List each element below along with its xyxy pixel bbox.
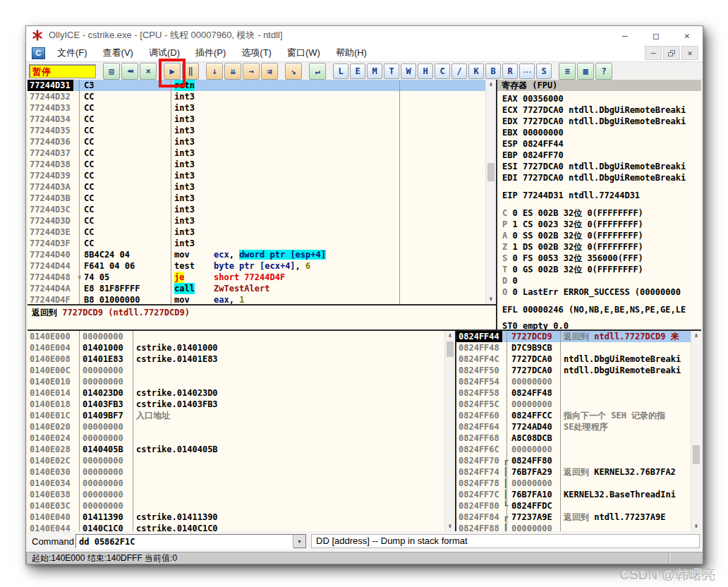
disasm-row[interactable]: 77244D408B4C24 04movecx, dword ptr [esp+… [28, 249, 496, 260]
title-bar[interactable]: OllyICE - cstrike.exe - [CPU - 线程 000079… [26, 26, 703, 44]
command-combobox[interactable]: ▼ [75, 534, 306, 548]
run-button[interactable]: ▶ [164, 63, 181, 80]
memory-dump-pane[interactable]: 0140E000000000000140E00401401000cstrike.… [28, 331, 455, 531]
scrollbar-thumb[interactable] [693, 445, 700, 464]
minimize-button[interactable]: – [609, 26, 641, 44]
menu-item-4[interactable]: 选项(T) [233, 45, 279, 61]
disassembly-scrollbar[interactable]: ∧ ∨ [485, 80, 496, 304]
stack-row[interactable]: 0824FF507727DCA0ntdll.DbgUiRemoteBreaki [456, 365, 701, 376]
disasm-row[interactable]: 77244D3ACCint3 [28, 181, 496, 193]
dropdown-arrow-icon[interactable]: ▼ [293, 535, 305, 547]
scrollbar-thumb[interactable] [487, 163, 495, 181]
command-input[interactable] [76, 535, 293, 549]
scroll-down-icon[interactable]: ∨ [691, 521, 701, 531]
dump-row[interactable]: 0140E00401401000cstrike.01401000 [28, 342, 455, 353]
stack-row[interactable]: 0824FF580824FF48 [456, 387, 701, 399]
disassembly-pane[interactable]: 77244D31C3retn77244D32CCint377244D33CCin… [28, 80, 496, 304]
animate-over-button[interactable]: ⇉ [261, 63, 278, 80]
stack-row[interactable]: 0824FF5400000000 [456, 376, 701, 387]
menu-item-5[interactable]: 窗口(W) [279, 45, 328, 61]
dump-row[interactable]: 0140E03C00000000 [28, 500, 455, 512]
pause-button[interactable]: ‖ [182, 63, 199, 80]
dump-row[interactable]: 0140E01801403FB3cstrike.01403FB3 [28, 399, 455, 410]
stack-row[interactable]: 0824FF68A8C08DCB [456, 432, 701, 444]
disasm-row[interactable]: 77244D3BCCint3 [28, 193, 496, 204]
view-cpu-button[interactable]: C [435, 63, 450, 79]
view-handles-button[interactable]: H [418, 63, 433, 79]
view-executables-button[interactable]: E [350, 63, 365, 79]
dump-row[interactable]: 0140E02C00000000 [28, 455, 455, 466]
stack-row[interactable]: 0824FF447727DCD9返回到 ntdll.7727DCD9 来 [456, 331, 701, 342]
dump-row[interactable]: 0140E00000000000 [28, 331, 455, 342]
menu-item-6[interactable]: 帮助(H) [328, 45, 375, 61]
disasm-row[interactable]: 77244D3FCCint3 [28, 238, 496, 249]
menu-item-1[interactable]: 查看(V) [95, 45, 141, 61]
view-references-button[interactable]: R [502, 63, 518, 79]
scroll-up-icon[interactable]: ∧ [445, 331, 455, 341]
mdi-close-button[interactable]: × [681, 46, 698, 60]
menu-item-2[interactable]: 调试(D) [141, 45, 188, 61]
stack-row[interactable]: 0824FF70┌0824FF80 [456, 455, 701, 466]
disasm-row[interactable]: 77244D32CCint3 [28, 91, 496, 102]
run-to-selection-button[interactable]: ↘ [285, 63, 302, 80]
stack-row[interactable]: 0824FF74│76B7FA29返回到 KERNEL32.76B7FA2 [456, 466, 701, 478]
view-log-button[interactable]: L [333, 63, 348, 79]
dump-row[interactable]: 0140E04001411390cstrike.01411390 [28, 512, 455, 523]
stack-row[interactable]: 0824FF84┌77237A9E返回到 ntdll.77237A9E [456, 512, 701, 523]
dump-row[interactable]: 0140E014014023D0cstrike.014023D0 [28, 387, 455, 399]
stack-row[interactable]: 0824FF6C00000000 [456, 444, 701, 455]
dump-row[interactable]: 0140E00801401E83cstrike.01401E83 [28, 353, 455, 365]
stack-row[interactable]: 0824FF4C7727DCA0ntdll.DbgUiRemoteBreaki [456, 353, 701, 365]
mdi-minimize-button[interactable]: – [645, 46, 662, 60]
view-source-button[interactable]: S [536, 63, 552, 79]
dump-row[interactable]: 0140E01000000000 [28, 376, 455, 387]
view-run-trace-button[interactable]: ... [519, 63, 535, 79]
disasm-row[interactable]: 77244D33CCint3 [28, 102, 496, 114]
menu-item-3[interactable]: 插件(P) [188, 45, 233, 61]
disasm-row[interactable]: 77244D34CCint3 [28, 114, 496, 125]
scroll-up-icon[interactable]: ∧ [486, 80, 496, 90]
open-file-button[interactable]: ▤ [103, 63, 120, 80]
close-button[interactable]: × [672, 26, 703, 44]
disasm-row[interactable]: 77244D4AE8 81F8FFFFcallZwTestAlert [28, 283, 496, 294]
dump-row[interactable]: 0140E0440140C1C0cstrike.0140C1C0 [28, 523, 455, 531]
view-memory-button[interactable]: M [367, 63, 382, 79]
view-windows-button[interactable]: W [401, 63, 416, 79]
maximize-button[interactable]: □ [641, 26, 672, 44]
appearance-button[interactable]: ▦ [577, 63, 594, 80]
menu-item-0[interactable]: 文件(F) [49, 45, 95, 61]
scroll-down-icon[interactable]: ∨ [445, 521, 455, 531]
disasm-row[interactable]: 77244D3ECCint3 [28, 226, 496, 238]
disasm-row[interactable]: 77244D35CCint3 [28, 125, 496, 136]
view-threads-button[interactable]: T [384, 63, 399, 79]
disasm-row[interactable]: 77244D3DCCint3 [28, 215, 496, 226]
stack-row[interactable]: 0824FF88│00000000 [456, 523, 701, 531]
dump-row[interactable]: 0140E02400000000 [28, 432, 455, 444]
stack-row[interactable]: 0824FF647724AD40SE处理程序 [456, 421, 701, 432]
stack-pane[interactable]: 0824FF447727DCD9返回到 ntdll.7727DCD9 来0824… [456, 331, 701, 531]
help-button[interactable]: ? [595, 63, 612, 80]
disasm-row[interactable]: 77244D4FB8 01000000moveax, 1 [28, 294, 496, 304]
disasm-row[interactable]: 77244D3CCCint3 [28, 204, 496, 215]
view-breakpoints-button[interactable]: B [485, 63, 501, 79]
disasm-row[interactable]: 77244D44F641 04 06testbyte ptr [ecx+4], … [28, 260, 496, 272]
disasm-row[interactable]: 77244D38CCint3 [28, 159, 496, 170]
disasm-row[interactable]: 77244D37CCint3 [28, 147, 496, 159]
dump-scrollbar[interactable]: ∧ ∨ [444, 331, 455, 531]
view-call-stack-button[interactable]: K [468, 63, 484, 79]
close-program-button[interactable]: × [140, 63, 157, 80]
dump-row[interactable]: 0140E0280140405Bcstrike.0140405B [28, 444, 455, 455]
stack-row[interactable]: 0824FF48D7C9B9CB [456, 342, 701, 353]
stack-scrollbar[interactable]: ∧ ∨ [691, 331, 701, 531]
stack-row[interactable]: 0824FF80└0824FFDC [456, 500, 701, 512]
log-options-button[interactable]: ≡ [559, 63, 576, 80]
restart-button[interactable]: ◀◀ [121, 63, 138, 80]
dump-row[interactable]: 0140E03400000000 [28, 478, 455, 489]
disasm-row[interactable]: 77244D31C3retn [28, 80, 496, 91]
mdi-restore-button[interactable] [663, 46, 680, 60]
dump-row[interactable]: 0140E01C01409BF7入口地址 [28, 410, 455, 421]
stack-row[interactable]: 0824FF7C│76B7FA10KERNEL32.BaseThreadIni [456, 489, 701, 500]
cpu-window-icon[interactable]: C [32, 47, 45, 59]
step-over-button[interactable]: → [243, 63, 260, 80]
dump-row[interactable]: 0140E02000000000 [28, 421, 455, 432]
